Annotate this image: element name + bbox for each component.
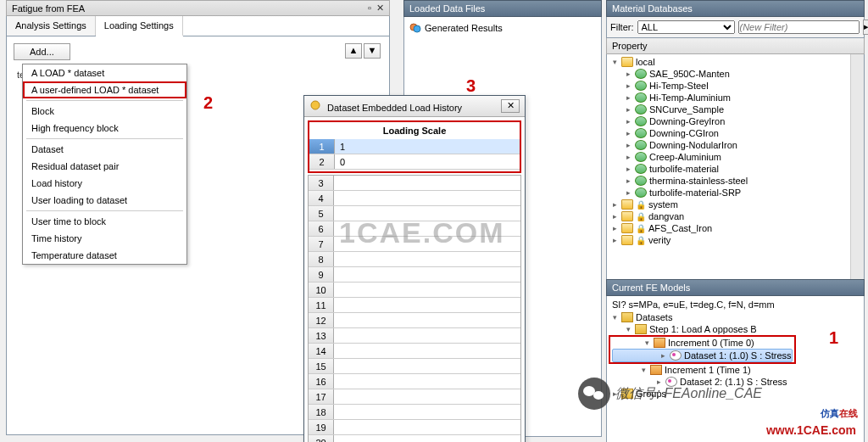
row-header[interactable]: 18	[309, 405, 334, 419]
filter-select[interactable]: ALL	[637, 20, 735, 34]
tree-node-material[interactable]: ▸Downing-NodularIron	[609, 139, 862, 151]
tree-node-material[interactable]: ▸SAE_950C-Manten	[609, 68, 862, 80]
row-header[interactable]: 1	[309, 139, 335, 154]
filter-apply-button[interactable]: ▸	[863, 20, 869, 35]
expand-icon[interactable]: ▸	[624, 141, 632, 149]
menu-user-time-to-block[interactable]: User time to block	[23, 213, 186, 230]
collapse-icon[interactable]: ▾	[639, 366, 648, 374]
expand-icon[interactable]: ▸	[610, 212, 619, 221]
cell[interactable]	[334, 405, 520, 419]
add-button[interactable]: Add...	[14, 43, 70, 60]
table-row[interactable]: 8	[309, 252, 520, 267]
tree-node-database[interactable]: ▸system	[609, 199, 862, 210]
tree-node-material[interactable]: ▸Hi-Temp-Aluminium	[609, 92, 862, 104]
cell[interactable]: 1	[335, 139, 520, 154]
tree-node-database[interactable]: ▸verity	[609, 234, 862, 246]
table-row[interactable]: 19	[309, 420, 520, 435]
expand-icon[interactable]: ▸	[624, 165, 632, 173]
row-header[interactable]: 15	[309, 359, 334, 373]
collapse-icon[interactable]: ▾	[610, 58, 619, 66]
dialog-close-button[interactable]: ✕	[501, 99, 520, 113]
table-row[interactable]: 11	[309, 298, 520, 313]
row-header[interactable]: 12	[309, 313, 334, 327]
cell[interactable]	[334, 328, 520, 343]
row-header[interactable]: 11	[309, 298, 334, 312]
menu-a-load-dataset[interactable]: A LOAD * dataset	[23, 64, 186, 81]
tree-node-increment0[interactable]: ▾ Increment 0 (Time 0)	[612, 337, 793, 349]
expand-icon[interactable]: ▸	[624, 117, 632, 126]
expand-icon[interactable]: ▸	[624, 188, 632, 197]
cell[interactable]	[334, 435, 520, 442]
expand-icon[interactable]: ▸	[624, 81, 632, 90]
cell[interactable]	[334, 344, 520, 358]
row-header[interactable]: 2	[309, 154, 335, 169]
property-header[interactable]: Property	[606, 38, 865, 54]
nav-down-button[interactable]: ▼	[364, 43, 381, 59]
cell[interactable]	[334, 176, 520, 190]
tree-node-increment1[interactable]: ▾ Increment 1 (Time 1)	[609, 364, 862, 376]
expand-icon[interactable]: ▸	[624, 93, 632, 102]
cell[interactable]	[334, 267, 520, 282]
menu-high-freq-block[interactable]: High frequency block	[23, 120, 186, 137]
row-header[interactable]: 17	[309, 389, 334, 404]
row-header[interactable]: 6	[309, 221, 334, 236]
expand-icon[interactable]: ▸	[610, 236, 619, 244]
cell[interactable]	[334, 313, 520, 327]
tab-loading-settings[interactable]: Loading Settings	[96, 16, 183, 36]
menu-temperature-dataset[interactable]: Temperature dataset	[23, 247, 186, 264]
tree-node-database[interactable]: ▸AFS_Cast_Iron	[609, 222, 862, 234]
nav-up-button[interactable]: ▲	[345, 43, 362, 59]
tree-node-datasets[interactable]: ▾ Datasets	[609, 311, 862, 323]
tree-node-material[interactable]: ▸Creep-Aluminium	[609, 151, 862, 163]
row-header[interactable]: 10	[309, 283, 334, 297]
expand-icon[interactable]: ▸	[610, 200, 619, 209]
dock-icon[interactable]: ▫	[368, 3, 371, 14]
scrollbar[interactable]	[850, 54, 864, 285]
row-header[interactable]: 9	[309, 267, 334, 282]
cell[interactable]	[334, 252, 520, 266]
row-header[interactable]: 13	[309, 328, 334, 343]
expand-icon[interactable]: ▸	[624, 105, 632, 114]
tree-node-material[interactable]: ▸Hi-Temp-Steel	[609, 80, 862, 92]
table-row[interactable]: 2 0	[309, 154, 520, 170]
table-row[interactable]: 15	[309, 359, 520, 374]
row-header[interactable]: 5	[309, 206, 334, 221]
table-row[interactable]: 18	[309, 405, 520, 420]
tree-node-material[interactable]: ▸SNCurve_Sample	[609, 104, 862, 115]
generated-results-item[interactable]: Generated Results	[408, 20, 598, 36]
table-row[interactable]: 13	[309, 328, 520, 344]
table-row[interactable]: 12	[309, 313, 520, 328]
table-row[interactable]: 6	[309, 221, 520, 237]
menu-user-defined-load-dataset[interactable]: A user-defined LOAD * dataset	[23, 81, 186, 98]
tree-node-material[interactable]: ▸Downing-CGIron	[609, 127, 862, 139]
collapse-icon[interactable]: ▾	[624, 325, 632, 333]
cell[interactable]	[334, 237, 520, 251]
table-row[interactable]: 7	[309, 237, 520, 252]
menu-block[interactable]: Block	[23, 103, 186, 120]
table-row[interactable]: 16	[309, 374, 520, 389]
menu-time-history[interactable]: Time history	[23, 230, 186, 247]
collapse-icon[interactable]: ▾	[610, 313, 619, 322]
table-row[interactable]: 9	[309, 267, 520, 283]
table-row[interactable]: 14	[309, 344, 520, 359]
tree-node-dataset1[interactable]: ▸ Dataset 1: (1.0) S : Stress	[612, 349, 793, 362]
table-row[interactable]: 20	[309, 435, 520, 442]
table-row[interactable]: 1 1	[309, 139, 520, 154]
row-header[interactable]: 14	[309, 344, 334, 358]
tree-node-local[interactable]: ▾ local	[609, 56, 862, 68]
tree-node-material[interactable]: ▸Downing-GreyIron	[609, 115, 862, 127]
cell[interactable]	[334, 374, 520, 389]
tab-analysis-settings[interactable]: Analysis Settings	[7, 16, 96, 36]
table-row[interactable]: 4	[309, 191, 520, 206]
menu-load-history[interactable]: Load history	[23, 175, 186, 192]
expand-icon[interactable]: ▸	[624, 70, 632, 78]
cell[interactable]	[334, 191, 520, 205]
tree-node-database[interactable]: ▸dangvan	[609, 210, 862, 222]
expand-icon[interactable]: ▸	[659, 351, 667, 360]
tree-node-material[interactable]: ▸thermina-stainless-steel	[609, 175, 862, 187]
row-header[interactable]: 8	[309, 252, 334, 266]
cell[interactable]: 0	[335, 154, 520, 169]
menu-user-loading-to-dataset[interactable]: User loading to dataset	[23, 192, 186, 209]
cell[interactable]	[334, 389, 520, 404]
tree-node-step[interactable]: ▾ Step 1: Load A opposes B	[609, 323, 862, 335]
